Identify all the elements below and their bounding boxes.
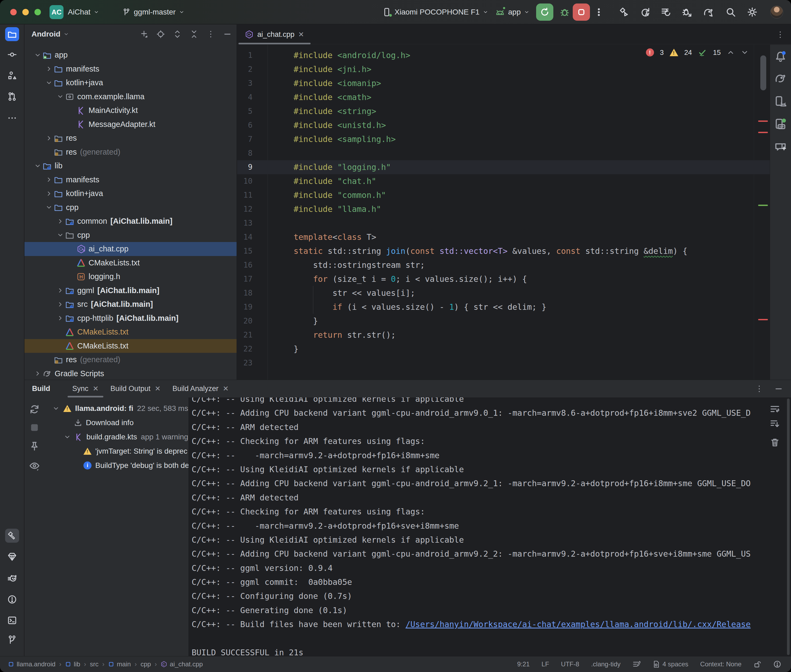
hide-build-panel-icon[interactable] xyxy=(774,384,783,393)
git-tool-button[interactable] xyxy=(5,633,19,647)
scroll-to-end-icon[interactable] xyxy=(770,419,780,429)
app-insights-tool-button[interactable] xyxy=(5,550,19,564)
tree-item[interactable]: manifests xyxy=(24,173,237,187)
expand-all-icon[interactable] xyxy=(173,30,182,38)
breadcrumb-module[interactable]: llama.android xyxy=(8,661,55,668)
tree-item[interactable]: ggml [AiChat.lib.main] xyxy=(24,284,237,298)
more-tool-windows-button[interactable] xyxy=(5,111,19,125)
vcs-branch-selector[interactable]: ggml-master xyxy=(122,0,185,24)
gemini-chat-icon[interactable] xyxy=(774,140,787,154)
apply-changes-icon[interactable] xyxy=(661,7,672,18)
tree-item[interactable]: cpp xyxy=(24,228,237,242)
build-tree-info[interactable]: i BuildType 'debug' is both de xyxy=(44,458,188,472)
search-icon[interactable] xyxy=(725,7,736,18)
soft-wrap-icon[interactable] xyxy=(770,404,780,414)
device-manager-icon[interactable] xyxy=(774,95,787,109)
tree-item[interactable]: cpp xyxy=(24,201,237,214)
build-options-icon[interactable] xyxy=(755,384,764,393)
console-scrollbar[interactable] xyxy=(787,398,789,655)
structure-tool-button[interactable] xyxy=(5,69,19,83)
stop-sync-icon[interactable] xyxy=(29,422,40,433)
tree-item[interactable]: C ai_chat.cpp xyxy=(24,242,237,256)
code-line[interactable]: 8 xyxy=(237,146,770,160)
editor-tab-ai-chat-cpp[interactable]: C ai_chat.cpp ✕ xyxy=(239,24,311,44)
build-tree-gradle-file[interactable]: build.gradle.kts app 1 warning xyxy=(44,430,188,444)
build-tree-root[interactable]: llama.android: fi 22 sec, 583 ms xyxy=(44,401,188,416)
code-line[interactable]: 11 #include "common.h" xyxy=(237,188,770,202)
code-line[interactable]: 4 #include <cmath> xyxy=(237,90,770,104)
macos-close-button[interactable] xyxy=(10,9,17,15)
gradle-sync-icon[interactable] xyxy=(703,7,714,18)
gradle-panel-icon[interactable] xyxy=(774,72,787,85)
close-tab-icon[interactable]: ✕ xyxy=(223,384,229,393)
macos-minimize-button[interactable] xyxy=(22,9,29,15)
run-config-selector[interactable]: app xyxy=(495,0,529,24)
unlock-icon[interactable] xyxy=(753,660,761,668)
code-line[interactable]: 14 template<class T> xyxy=(237,230,770,244)
tree-item[interactable]: CMakeLists.txt xyxy=(24,325,237,339)
code-line[interactable]: 13 xyxy=(237,216,770,230)
tree-item[interactable]: manifests xyxy=(24,62,237,76)
tree-item[interactable]: kotlin+java xyxy=(24,187,237,201)
next-problem-icon[interactable] xyxy=(741,48,749,56)
prev-problem-icon[interactable] xyxy=(727,48,735,56)
build-tree-download-info[interactable]: Download info xyxy=(44,416,188,430)
error-stripe-mark[interactable] xyxy=(758,120,768,122)
code-line[interactable]: 17 for (size_t i = 0; i < values.size();… xyxy=(237,272,770,286)
build-tab-analyzer[interactable]: Build Analyzer✕ xyxy=(167,380,235,397)
rerun-sync-icon[interactable] xyxy=(29,404,40,414)
tree-item[interactable]: com.example.llama xyxy=(24,90,237,104)
line-separator[interactable]: LF xyxy=(542,661,549,668)
tree-item[interactable]: MessageAdapter.kt xyxy=(24,117,237,131)
code-editor[interactable]: 1 #include <android/log.h> 2 #include <j… xyxy=(237,45,770,380)
indent-config[interactable]: 4 spaces xyxy=(652,661,688,668)
tree-item[interactable]: app xyxy=(24,48,237,62)
code-line[interactable]: 20 } xyxy=(237,314,770,328)
commit-tool-button[interactable] xyxy=(5,48,19,62)
code-line[interactable]: 7 #include <sampling.h> xyxy=(237,132,770,146)
terminal-tool-button[interactable] xyxy=(5,613,19,627)
stop-button[interactable] xyxy=(573,3,590,21)
inspections-widget-icon[interactable] xyxy=(632,660,640,668)
build-window-title[interactable]: Build xyxy=(32,384,50,393)
code-line[interactable]: 6 #include <unistd.h> xyxy=(237,118,770,132)
tree-item[interactable]: kotlin+java xyxy=(24,76,237,90)
device-selector[interactable]: Xiaomi POCOPHONE F1 xyxy=(382,0,488,24)
code-line[interactable]: 23 xyxy=(237,356,770,370)
tree-item[interactable]: MainActivity.kt xyxy=(24,104,237,117)
close-tab-icon[interactable]: ✕ xyxy=(155,384,160,393)
code-line[interactable]: 12 #include "llama.h" xyxy=(237,202,770,216)
collapse-all-icon[interactable] xyxy=(190,30,198,38)
error-stripe-mark[interactable] xyxy=(758,132,768,133)
running-devices-icon[interactable] xyxy=(774,118,787,131)
tree-item[interactable]: CMakeLists.txt xyxy=(24,256,237,270)
debug-button[interactable] xyxy=(559,7,570,18)
tree-item[interactable]: res (generated) xyxy=(24,145,237,159)
project-tool-button[interactable] xyxy=(5,27,19,41)
build-tree-warning[interactable]: 'jvmTarget: String' is deprec xyxy=(44,444,188,458)
tree-item[interactable]: common [AiChat.lib.main] xyxy=(24,214,237,228)
settings-gear-icon[interactable] xyxy=(747,7,757,18)
pin-tab-icon[interactable] xyxy=(29,441,40,452)
tree-item[interactable]: cpp-httplib [AiChat.lib.main] xyxy=(24,311,237,325)
breadcrumb-module[interactable]: main xyxy=(108,661,131,668)
build-hammer-icon[interactable] xyxy=(619,7,630,18)
tree-item[interactable]: H logging.h xyxy=(24,270,237,284)
breadcrumb-folder[interactable]: src xyxy=(90,661,98,668)
code-line[interactable]: 18 str << values[i]; xyxy=(237,286,770,300)
panel-options-icon[interactable] xyxy=(207,30,215,38)
build-console[interactable]: C/C++: -- Using KleidiAI optimized kerne… xyxy=(188,397,791,656)
code-style-config[interactable]: .clang-tidy xyxy=(591,661,620,668)
build-tab-sync[interactable]: Sync✕ xyxy=(66,380,105,397)
project-view-selector[interactable]: Android xyxy=(32,30,60,38)
change-stripe-mark[interactable] xyxy=(758,205,768,206)
code-line[interactable]: 22 } xyxy=(237,342,770,356)
pull-requests-tool-button[interactable] xyxy=(5,90,19,104)
more-actions-menu[interactable] xyxy=(594,7,604,18)
file-encoding[interactable]: UTF-8 xyxy=(561,661,579,668)
hide-panel-icon[interactable] xyxy=(223,30,232,38)
breadcrumb-file[interactable]: C ai_chat.cpp xyxy=(160,661,203,668)
tree-item[interactable]: res xyxy=(24,131,237,145)
code-line[interactable]: 16 std::ostringstream str; xyxy=(237,258,770,272)
context-widget[interactable]: Context: None xyxy=(700,661,741,668)
